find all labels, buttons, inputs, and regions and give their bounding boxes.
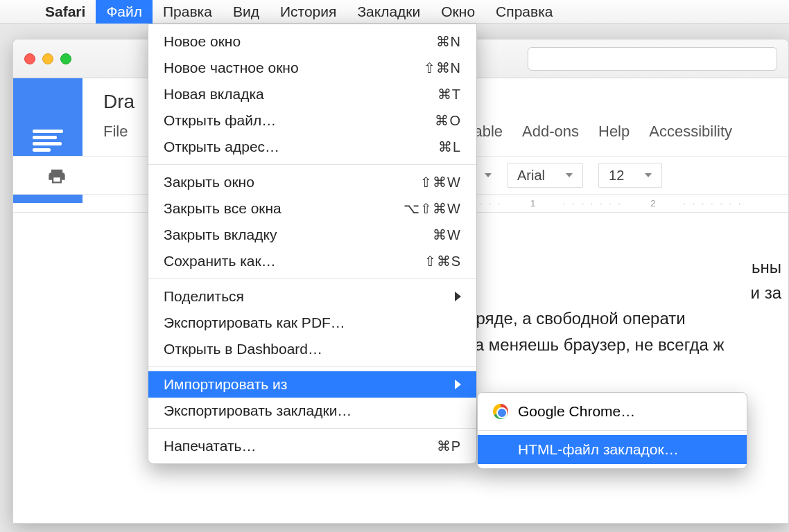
menu-close-tab[interactable]: Закрыть вкладку ⌘W [148,222,476,248]
chevron-down-icon [566,173,573,177]
menu-separator [148,278,476,279]
docs-logo-icon [33,130,63,152]
ruler-tick-2: 2 [650,198,655,209]
import-from-submenu: Google Chrome… HTML-файл закладок… [477,392,747,469]
menu-label: Открыть в Dashboard… [164,341,322,357]
minimize-window-button[interactable] [42,53,53,64]
menubar-item-history[interactable]: История [270,0,347,24]
menu-label: Закрыть вкладку [164,227,277,243]
menu-open-dashboard[interactable]: Открыть в Dashboard… [148,336,476,362]
chrome-icon [493,404,508,419]
ruler-tick-1: 1 [530,198,535,209]
menubar-item-edit[interactable]: Правка [153,0,223,24]
menu-shortcut: ⌘P [437,438,461,454]
menu-label: Открыть адрес… [164,139,279,155]
body-line: м заряде, а свободной операти [443,305,788,331]
menu-label: Новая вкладка [164,86,264,103]
menu-shortcut: ⇧⌘S [424,253,461,269]
submenu-google-chrome[interactable]: Google Chrome… [478,397,747,426]
maximize-window-button[interactable] [60,53,71,64]
menu-shortcut: ⌘N [436,33,461,50]
body-line: ьны [443,254,788,280]
font-name: Arial [517,168,545,184]
menu-label: Импортировать из [164,376,287,393]
file-menu-dropdown: Новое окно ⌘N Новое частное окно ⇧⌘N Нов… [148,24,477,464]
menu-shortcut: ⌘W [433,227,461,243]
font-size-selector[interactable]: 12 [598,163,662,188]
menu-label: Сохранить как… [164,253,276,269]
menu-label: Открыть файл… [164,112,276,129]
menu-print[interactable]: Напечатать… ⌘P [148,433,476,459]
font-size: 12 [609,168,624,184]
menubar-item-bookmarks[interactable]: Закладки [347,0,431,24]
submenu-label: Google Chrome… [518,403,635,420]
menu-new-tab[interactable]: Новая вкладка ⌘T [148,81,476,107]
menu-shortcut: ⌘O [435,112,461,129]
body-line: когда меняешь браузер, не всегда ж [443,332,788,357]
menu-close-window[interactable]: Закрыть окно ⇧⌘W [148,169,476,195]
docs-menu-help[interactable]: Help [598,123,630,141]
menu-shortcut: ⌘T [437,86,461,103]
menu-label: Экспортировать закладки… [164,402,352,419]
docs-menu-addons[interactable]: Add-ons [522,123,579,141]
url-bar[interactable] [528,47,777,71]
docs-menu-file[interactable]: File [103,123,128,141]
menu-label: Поделиться [164,288,244,305]
menu-separator [148,164,476,165]
style-dropdown-icon[interactable] [485,173,492,177]
menu-shortcut: ⌥⇧⌘W [404,200,461,217]
menu-label: Закрыть все окна [164,200,281,217]
menu-share[interactable]: Поделиться [148,283,476,310]
font-selector[interactable]: Arial [507,163,583,188]
menubar-item-view[interactable]: Вид [223,0,270,24]
menu-shortcut: ⇧⌘W [420,174,461,190]
menubar-app-name[interactable]: Safari [35,0,96,24]
mac-menubar: Safari Файл Правка Вид История Закладки … [0,0,789,24]
menu-export-pdf[interactable]: Экспортировать как PDF… [148,310,476,336]
menu-shortcut: ⇧⌘N [424,60,461,76]
menubar-item-help[interactable]: Справка [485,0,563,24]
window-controls [24,53,71,64]
menu-import-from[interactable]: Импортировать из [148,371,476,398]
menu-close-all-windows[interactable]: Закрыть все окна ⌥⇧⌘W [148,195,476,222]
menu-label: Экспортировать как PDF… [164,314,345,331]
body-line: и за [443,280,788,305]
menu-shortcut: ⌘L [438,139,461,155]
docs-menu-accessibility[interactable]: Accessibility [649,123,732,141]
menu-new-private-window[interactable]: Новое частное окно ⇧⌘N [148,55,476,81]
close-window-button[interactable] [24,53,35,64]
submenu-html-bookmarks[interactable]: HTML-файл закладок… [478,435,747,464]
submenu-arrow-icon [455,292,461,301]
print-icon[interactable] [46,166,67,186]
menu-label: Новое окно [164,33,241,50]
menu-separator [478,430,747,431]
submenu-arrow-icon [455,380,461,389]
chevron-down-icon [645,173,652,177]
menubar-item-file[interactable]: Файл [96,0,153,24]
menu-label: Напечатать… [164,438,257,454]
menu-open-file[interactable]: Открыть файл… ⌘O [148,107,476,134]
menu-separator [148,366,476,367]
menu-export-bookmarks[interactable]: Экспортировать закладки… [148,398,476,424]
menu-new-window[interactable]: Новое окно ⌘N [148,28,476,55]
menu-save-as[interactable]: Сохранить как… ⇧⌘S [148,248,476,274]
menu-label: Новое частное окно [164,60,299,76]
menu-separator [148,428,476,429]
menu-label: Закрыть окно [164,174,254,190]
submenu-label: HTML-файл закладок… [518,441,679,458]
menu-open-location[interactable]: Открыть адрес… ⌘L [148,134,476,160]
menubar-item-window[interactable]: Окно [431,0,485,24]
